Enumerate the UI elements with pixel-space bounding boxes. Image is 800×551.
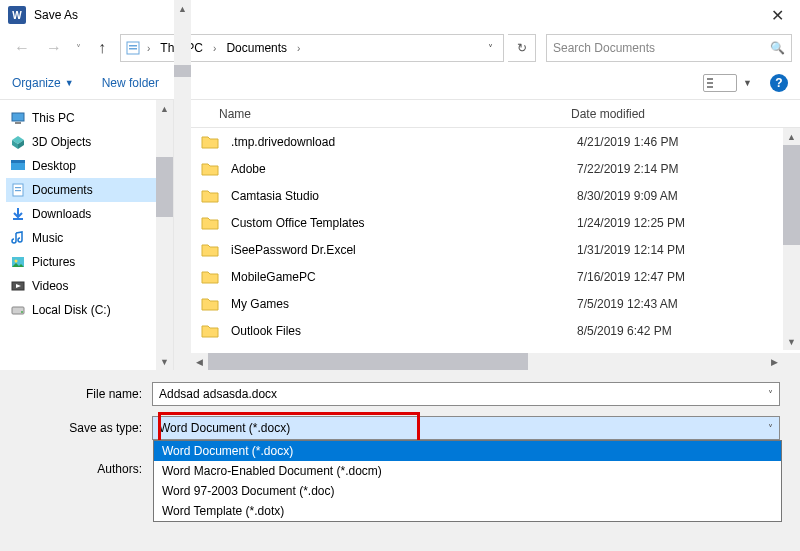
scroll-down-icon[interactable]: ▼ [156,353,173,370]
tree-item-desktop[interactable]: Desktop [6,154,171,178]
tree-item-label: This PC [32,111,75,125]
tree-item-documents[interactable]: Documents [6,178,171,202]
scroll-right-icon[interactable]: ▶ [766,353,783,370]
close-button[interactable]: ✕ [763,2,792,29]
tree-item-label: Music [32,231,63,245]
breadcrumb-folder[interactable]: Documents [222,39,291,57]
chevron-right-icon[interactable]: › [293,43,304,54]
window-title: Save As [34,8,763,22]
chevron-right-icon[interactable]: › [143,43,154,54]
refresh-button[interactable]: ↻ [508,34,536,62]
view-options-button[interactable]: ▼ [703,74,752,92]
folder-icon [201,270,219,284]
type-option[interactable]: Word Document (*.docx) [154,441,781,461]
chevron-right-icon[interactable]: › [209,43,220,54]
svg-rect-11 [15,187,21,188]
file-row[interactable]: Outlook Files8/5/2019 6:42 PM [191,317,800,344]
chevron-down-icon: ▼ [743,78,752,88]
tree-item-pictures[interactable]: Pictures [6,250,171,274]
folder-icon [201,324,219,338]
scroll-thumb[interactable] [208,353,528,370]
file-row[interactable]: iSeePassword Dr.Excel1/31/2019 12:14 PM [191,236,800,263]
file-name: Custom Office Templates [231,216,577,230]
file-row[interactable]: Adobe7/22/2019 2:14 PM [191,155,800,182]
svg-rect-2 [129,48,137,50]
files-scrollbar-v[interactable]: ▲ ▼ [783,128,800,350]
folder-icon [201,243,219,257]
tree-item-this-pc[interactable]: This PC [6,106,171,130]
type-dropdown-list[interactable]: Word Document (*.docx)Word Macro-Enabled… [153,440,782,522]
word-icon: W [8,6,26,24]
recent-dropdown[interactable]: ˅ [72,43,84,54]
chevron-down-icon[interactable]: ˅ [768,389,773,400]
breadcrumb-dropdown[interactable]: ˅ [481,35,499,61]
scroll-thumb[interactable] [174,65,191,77]
up-button[interactable]: ↑ [88,34,116,62]
folder-icon [201,297,219,311]
documents-icon [10,182,26,198]
svg-rect-4 [15,122,21,124]
help-button[interactable]: ? [770,74,788,92]
tree-item-downloads[interactable]: Downloads [6,202,171,226]
forward-button[interactable]: → [40,34,68,62]
file-date: 7/22/2019 2:14 PM [577,162,678,176]
column-date[interactable]: Date modified [563,107,800,121]
filename-value: Addsad adsasda.docx [159,387,277,401]
videos-icon [10,278,26,294]
file-row[interactable]: My Games7/5/2019 12:43 AM [191,290,800,317]
type-value: Word Document (*.docx) [159,421,290,435]
file-date: 7/16/2019 12:47 PM [577,270,685,284]
scroll-up-icon[interactable]: ▲ [156,100,173,117]
disk-icon [10,302,26,318]
tree-item-label: 3D Objects [32,135,91,149]
file-date: 8/5/2019 6:42 PM [577,324,672,338]
file-row[interactable]: Camtasia Studio8/30/2019 9:09 AM [191,182,800,209]
type-option[interactable]: Word Template (*.dotx) [154,501,781,521]
column-name[interactable]: Name [191,107,563,121]
view-icon [703,74,737,92]
file-list: .tmp.drivedownload4/21/2019 1:46 PMAdobe… [191,128,800,348]
tree-item-videos[interactable]: Videos [6,274,171,298]
type-option[interactable]: Word 97-2003 Document (*.doc) [154,481,781,501]
filename-input[interactable]: Addsad adsasda.docx ˅ [152,382,780,406]
file-row[interactable]: Custom Office Templates1/24/2019 12:25 P… [191,209,800,236]
type-option[interactable]: Word Macro-Enabled Document (*.docm) [154,461,781,481]
file-row[interactable]: .tmp.drivedownload4/21/2019 1:46 PM [191,128,800,155]
file-name: Adobe [231,162,577,176]
search-input[interactable]: Search Documents 🔍 [546,34,792,62]
scroll-thumb[interactable] [783,145,800,245]
tree-scrollbar[interactable]: ▲ ▼ [156,100,173,370]
scroll-up-icon[interactable]: ▲ [783,128,800,145]
back-button[interactable]: ← [8,34,36,62]
file-name: Outlook Files [231,324,577,338]
svg-rect-1 [129,45,137,47]
svg-rect-3 [12,113,24,121]
new-folder-button[interactable]: New folder [102,76,159,90]
tree-item-local-disk-c-[interactable]: Local Disk (C:) [6,298,171,322]
pictures-icon [10,254,26,270]
chevron-down-icon[interactable]: ˅ [768,423,773,434]
files-scrollbar-h[interactable]: ◀ ▶ [191,353,783,370]
tree-item-label: Documents [32,183,93,197]
chevron-down-icon: ▼ [65,78,74,88]
main-area: This PC3D ObjectsDesktopDocumentsDownloa… [0,100,800,370]
tree-item-music[interactable]: Music [6,226,171,250]
tree-item-3d-objects[interactable]: 3D Objects [6,130,171,154]
save-type-dropdown[interactable]: Word Document (*.docx) ˅ [152,416,780,440]
search-icon[interactable]: 🔍 [770,41,785,55]
scroll-up-icon[interactable]: ▲ [174,0,191,17]
file-row[interactable]: MobileGamePC7/16/2019 12:47 PM [191,263,800,290]
type-label: Save as type: [8,421,152,435]
tree-item-label: Downloads [32,207,91,221]
scroll-corner [783,353,800,370]
scroll-thumb[interactable] [156,157,173,217]
scroll-left-icon[interactable]: ◀ [191,353,208,370]
scroll-down-icon[interactable]: ▼ [783,333,800,350]
tree-item-label: Pictures [32,255,75,269]
file-name: MobileGamePC [231,270,577,284]
file-header: Name Date modified [191,100,800,128]
file-name: iSeePassword Dr.Excel [231,243,577,257]
folder-icon [201,162,219,176]
organize-button[interactable]: Organize ▼ [12,76,74,90]
tree-item-label: Desktop [32,159,76,173]
